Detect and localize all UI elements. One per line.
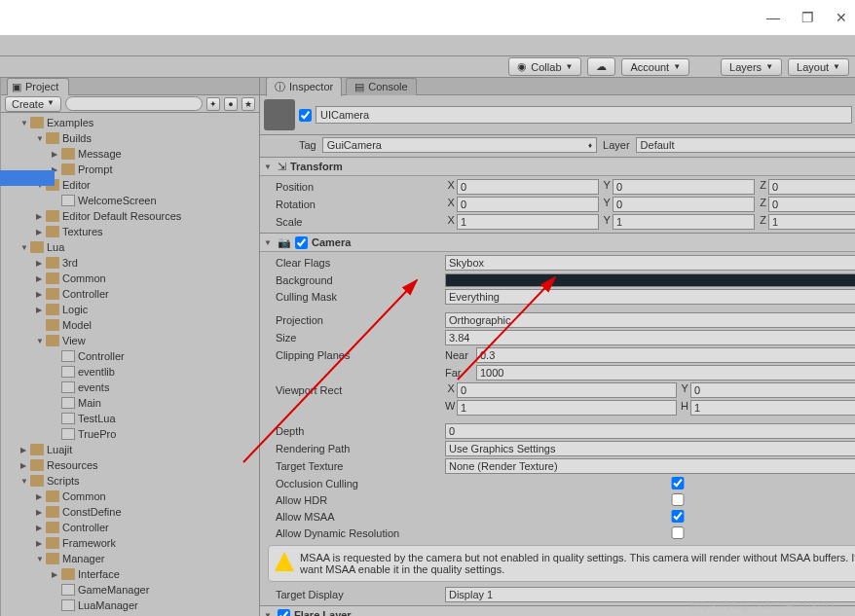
gameobject-active-checkbox[interactable] [299,109,312,122]
tree-item[interactable]: ▶Common [1,271,259,286]
far-input[interactable] [476,365,855,380]
project-tab[interactable]: ▣Project [7,78,69,95]
rot-z-input[interactable] [768,197,855,212]
rot-y-input[interactable] [613,197,755,212]
tree-item[interactable]: ▶Controller [1,286,259,302]
layout-button[interactable]: Layout▼ [788,58,849,76]
near-input[interactable] [476,347,855,363]
tree-item[interactable]: ▼Manager [1,551,259,566]
tree-item[interactable]: LuaManager [1,598,259,613]
fold-icon[interactable]: ▼ [264,238,274,247]
console-icon: ▤ [354,81,364,93]
pos-y-input[interactable] [613,179,755,195]
clear-flags-label: Clear Flags [264,257,445,269]
allow-msaa-checkbox[interactable] [445,510,855,523]
tree-item[interactable]: ▼Builds [1,130,259,146]
tree-item[interactable]: ▶Controller [1,520,259,535]
tree-item[interactable]: ▶Textures [1,224,259,239]
scl-x-input[interactable] [457,214,599,230]
tree-item[interactable]: TestLua [1,411,259,426]
depth-input[interactable] [445,423,855,439]
gameobject-icon[interactable] [264,99,295,130]
tree-item[interactable]: ▼View [1,333,259,348]
clear-flags-dropdown[interactable]: Skybox♦ [445,255,855,271]
watermark: https://blog.csdn.net/zhanxx... [690,598,845,612]
viewport-y-input[interactable] [690,382,855,398]
culling-mask-dropdown[interactable]: Everything♦ [445,289,855,305]
tree-item[interactable]: events [1,380,259,395]
target-texture-field[interactable]: None (Render Texture) [445,458,855,474]
toolbar-strip [0,35,855,56]
create-button[interactable]: Create▼ [5,96,61,112]
layer-label: Layer [603,139,630,151]
gameobject-name-input[interactable] [316,106,852,124]
tree-item[interactable]: TruePro [1,426,259,442]
cloud-button[interactable]: ☁ [587,57,615,76]
layer-dropdown[interactable]: Default♦ [636,137,855,153]
scl-y-input[interactable] [613,214,755,230]
close-button[interactable]: ✕ [836,10,847,25]
camera-header[interactable]: ▼ 📷 Camera ?⚙ [260,234,855,252]
tree-item[interactable]: Controller [1,348,259,364]
occlusion-culling-checkbox[interactable] [445,477,855,489]
viewport-h-input[interactable] [690,400,855,416]
account-button[interactable]: Account▼ [621,58,689,76]
flare-layer-title: Flare Layer [294,609,352,616]
rendering-path-dropdown[interactable]: Use Graphics Settings♦ [445,441,855,456]
collab-button[interactable]: ◉ Collab▼ [508,57,581,76]
background-color-field[interactable] [445,273,855,287]
tree-item[interactable]: ▶Logic [1,302,259,317]
maximize-button[interactable]: ❐ [801,10,814,25]
project-search-input[interactable] [65,96,203,111]
tree-item[interactable]: ▶3rd [1,255,259,271]
tree-item[interactable]: ▶Luajit [1,442,259,457]
camera-enabled-checkbox[interactable] [295,236,308,249]
rot-x-input[interactable] [457,197,599,212]
culling-mask-label: Culling Mask [264,291,445,303]
tree-item[interactable]: GameManager [1,582,259,598]
clipping-planes-label: Clipping Planes [264,349,445,361]
tree-item[interactable]: ▶Message [1,146,259,162]
size-input[interactable] [445,330,855,345]
fold-icon[interactable]: ▼ [264,611,274,617]
window-titlebar: — ❐ ✕ [0,0,855,35]
far-label: Far [445,367,474,379]
tree-item[interactable]: Main [1,395,259,411]
tree-item[interactable]: WelcomeScreen [1,193,259,208]
tree-item[interactable]: ▼Lua [1,239,259,255]
gameobject-header: Static ▼ [260,95,855,135]
projection-dropdown[interactable]: Orthographic♦ [445,312,855,328]
tree-item[interactable]: ▶Interface [1,566,259,582]
tree-item[interactable]: ▶Editor Default Resources [1,208,259,224]
layers-button[interactable]: Layers▼ [721,58,782,76]
viewport-x-input[interactable] [457,382,677,398]
scale-label: Scale [264,216,445,228]
tree-item[interactable]: ▼Scripts [1,473,259,489]
minimize-button[interactable]: — [766,10,780,25]
scl-z-input[interactable] [768,214,855,230]
fold-icon[interactable]: ▼ [264,163,274,171]
console-tab[interactable]: ▤Console [346,78,416,95]
tag-dropdown[interactable]: GuiCamera♦ [322,137,597,153]
tree-item[interactable]: ▼Examples [1,115,259,130]
inspector-tab[interactable]: ⓘInspector [266,77,342,96]
allow-hdr-checkbox[interactable] [445,493,855,506]
tree-item[interactable]: ▶Framework [1,535,259,551]
pos-x-input[interactable] [457,179,599,195]
filter-button-2[interactable]: ● [224,97,238,111]
near-label: Near [445,349,474,361]
tree-item[interactable]: eventlib [1,364,259,380]
tree-item[interactable]: Model [1,317,259,333]
allow-dynamic-resolution-checkbox[interactable] [445,526,855,539]
hierarchy-selection[interactable] [0,170,55,186]
transform-header[interactable]: ▼ ⇲ Transform ?⚙ [260,158,855,176]
pos-z-input[interactable] [768,179,855,195]
filter-button-1[interactable]: ✦ [206,97,220,111]
viewport-w-input[interactable] [457,400,677,416]
tree-item[interactable]: ▶ConstDefine [1,504,259,520]
save-search-button[interactable]: ★ [242,97,255,111]
project-tree[interactable]: ▼Examples▼Builds▶Message▶Prompt▼EditorWe… [1,113,259,616]
flare-enabled-checkbox[interactable] [278,609,290,617]
tree-item[interactable]: ▶Resources [1,457,259,473]
tree-item[interactable]: ▶Common [1,489,259,504]
